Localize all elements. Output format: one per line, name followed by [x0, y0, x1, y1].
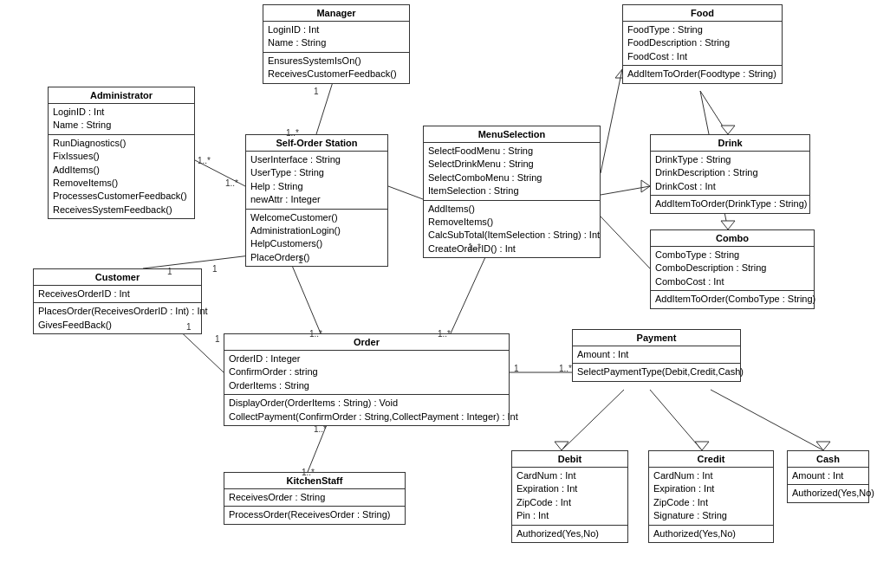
kitchen-staff-methods: ProcessOrder(ReceivesOrder : String) [224, 507, 405, 523]
menu-selection-methods: AddItems() RemoveItems() CalcSubTotal(It… [424, 201, 600, 258]
multiplicity-order-pay-2: 1..* [559, 364, 572, 373]
svg-line-20 [700, 91, 728, 134]
multiplicity-sos-cust-1: 1 [212, 264, 218, 274]
combo-class: Combo ComboType : String ComboDescriptio… [650, 229, 815, 309]
combo-attributes: ComboType : String ComboDescription : St… [651, 247, 814, 291]
order-title: Order [224, 334, 509, 351]
multiplicity-ms-order-1: 1..* [468, 242, 481, 252]
administrator-class: Administrator LoginID : Int Name : Strin… [48, 87, 195, 219]
debit-attributes: CardNum : Int Expiration : Int ZipCode :… [512, 468, 627, 526]
multiplicity-ms-order-2: 1..* [438, 329, 451, 339]
multiplicity-sos-order-2: 1..* [309, 329, 322, 339]
svg-marker-21 [721, 126, 735, 134]
manager-attributes: LoginID : Int Name : String [263, 22, 409, 53]
combo-title: Combo [651, 230, 814, 247]
svg-line-10 [601, 216, 650, 268]
credit-methods: Authorized(Yes,No) [649, 526, 773, 542]
payment-title: Payment [573, 330, 740, 346]
kitchen-staff-class: KitchenStaff ReceivesOrder : String Proc… [224, 472, 406, 525]
administrator-methods: RunDiagnostics() FixIssues() AddItems() … [49, 135, 194, 218]
manager-title: Manager [263, 5, 409, 22]
customer-title: Customer [34, 269, 201, 286]
svg-marker-9 [641, 180, 650, 192]
customer-methods: PlacesOrder(ReceivesOrderID : Int) : Int… [34, 303, 201, 333]
order-class: Order OrderID : Integer ConfirmOrder : s… [224, 333, 510, 426]
multiplicity-admin-sos-1: 1..* [198, 156, 211, 165]
credit-class: Credit CardNum : Int Expiration : Int Zi… [648, 450, 774, 543]
administrator-attributes: LoginID : Int Name : String [49, 104, 194, 135]
order-methods: DisplayOrder(OrderItems : String) : Void… [224, 395, 509, 425]
credit-attributes: CardNum : Int Expiration : Int ZipCode :… [649, 468, 773, 526]
multiplicity-order-ks-1: 1..* [314, 424, 327, 434]
svg-line-15 [650, 390, 702, 450]
multiplicity-order-pay-1: 1 [514, 364, 519, 373]
debit-title: Debit [512, 451, 627, 468]
svg-line-6 [601, 69, 622, 173]
multiplicity-sos-order-1: 1 [298, 255, 303, 265]
administrator-title: Administrator [49, 87, 194, 104]
drink-methods: AddItemToOrder(DrinkType : String) [651, 196, 809, 212]
svg-marker-16 [695, 442, 709, 450]
multiplicity-order-ks-2: 1..* [302, 468, 315, 477]
self-order-station-methods: WelcomeCustomer() AdministrationLogin() … [246, 210, 387, 267]
drink-class: Drink DrinkType : String DrinkDescriptio… [650, 134, 810, 214]
svg-line-8 [601, 186, 650, 195]
self-order-station-attributes: UserInterface : String UserType : String… [246, 152, 387, 210]
debit-methods: Authorized(Yes,No) [512, 526, 627, 542]
cash-methods: Authorized(Yes,No) [788, 485, 868, 501]
svg-marker-14 [555, 442, 568, 450]
svg-line-2 [388, 186, 423, 199]
cash-title: Cash [788, 451, 868, 468]
menu-selection-class: MenuSelection SelectFoodMenu : String Se… [423, 126, 601, 258]
self-order-station-title: Self-Order Station [246, 135, 387, 152]
self-order-station-class: Self-Order Station UserInterface : Strin… [245, 134, 388, 267]
customer-class: Customer ReceivesOrderID : Int PlacesOrd… [33, 268, 202, 334]
order-attributes: OrderID : Integer ConfirmOrder : string … [224, 351, 509, 395]
manager-class: Manager LoginID : Int Name : String Ensu… [263, 4, 410, 84]
food-attributes: FoodType : String FoodDescription : Stri… [623, 22, 782, 66]
manager-methods: EnsuresSystemIsOn() ReceivesCustomerFeed… [263, 53, 409, 83]
credit-title: Credit [649, 451, 773, 468]
svg-marker-18 [816, 442, 830, 450]
multiplicity-manager-sos-2: 1..* [286, 128, 299, 138]
cash-class: Cash Amount : Int Authorized(Yes,No) [787, 450, 869, 503]
menu-selection-title: MenuSelection [424, 126, 600, 143]
cash-attributes: Amount : Int [788, 468, 868, 485]
multiplicity-cust-order-1: 1 [186, 322, 192, 332]
multiplicity-sos-cust-2: 1 [167, 267, 172, 276]
debit-class: Debit CardNum : Int Expiration : Int Zip… [511, 450, 628, 543]
food-methods: AddItemToOrder(Foodtype : String) [623, 66, 782, 82]
payment-attributes: Amount : Int [573, 346, 740, 364]
multiplicity-cust-order-2: 1 [215, 334, 220, 344]
food-class: Food FoodType : String FoodDescription :… [622, 4, 783, 84]
payment-methods: SelectPaymentType(Debit,Credit,Cash) [573, 364, 740, 380]
menu-selection-attributes: SelectFoodMenu : String SelectDrinkMenu … [424, 143, 600, 201]
multiplicity-manager-sos-1: 1 [314, 87, 319, 96]
kitchen-staff-attributes: ReceivesOrder : String [224, 489, 405, 507]
food-title: Food [623, 5, 782, 22]
drink-attributes: DrinkType : String DrinkDescription : St… [651, 152, 809, 196]
payment-class: Payment Amount : Int SelectPaymentType(D… [572, 329, 741, 382]
multiplicity-admin-sos-2: 1..* [225, 178, 238, 188]
svg-marker-23 [721, 221, 735, 229]
svg-line-13 [562, 390, 624, 450]
uml-diagram: Manager LoginID : Int Name : String Ensu… [0, 0, 877, 588]
svg-line-17 [711, 390, 823, 450]
combo-methods: AddItemToOrder(ComboType : String) [651, 291, 814, 307]
drink-title: Drink [651, 135, 809, 152]
customer-attributes: ReceivesOrderID : Int [34, 286, 201, 303]
